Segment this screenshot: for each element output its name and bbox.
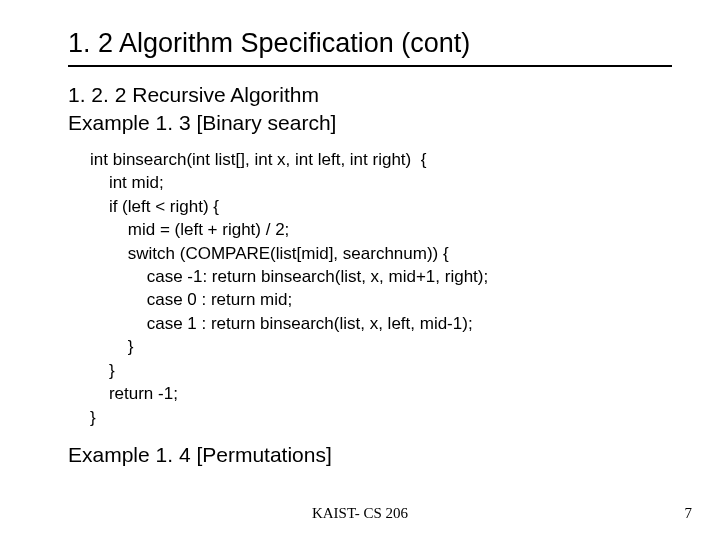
footer-course: KAIST- CS 206 bbox=[0, 505, 720, 522]
slide-title: 1. 2 Algorithm Specification (cont) bbox=[68, 28, 672, 59]
code-block: int binsearch(int list[], int x, int lef… bbox=[68, 148, 672, 429]
footer-page-number: 7 bbox=[685, 505, 693, 522]
section-heading: 1. 2. 2 Recursive Algorithm Example 1. 3… bbox=[68, 81, 672, 138]
example-label-2: Example 1. 4 [Permutations] bbox=[68, 443, 672, 467]
example-label: Example 1. 3 [Binary search] bbox=[68, 109, 672, 137]
title-rule bbox=[68, 65, 672, 67]
slide: 1. 2 Algorithm Specification (cont) 1. 2… bbox=[0, 0, 720, 540]
section-number: 1. 2. 2 Recursive Algorithm bbox=[68, 81, 672, 109]
